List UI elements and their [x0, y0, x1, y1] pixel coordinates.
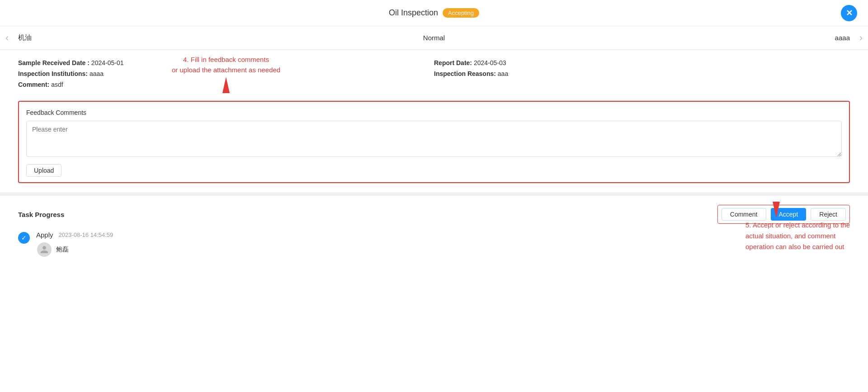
task-header: Task Progress Comment Accept Reject [18, 205, 850, 224]
header: Oil Inspection Accepting ✕ [0, 0, 868, 26]
annotation-1: 4. Fill in feedback comments or upload t… [172, 55, 280, 93]
comment-value: asdf [51, 81, 63, 88]
apply-label: Apply [36, 231, 53, 239]
user-name: 鲍磊 [56, 246, 69, 254]
status-badge: Accepting [443, 8, 479, 18]
inspection-institutions-label: Inspection Institutions: [18, 70, 88, 77]
nav-item-2: Normal [295, 34, 572, 42]
upload-button[interactable]: Upload [26, 164, 61, 177]
feedback-title: Feedback Comments [26, 109, 842, 116]
info-section: Sample Received Date : 2024-05-01 Inspec… [18, 50, 850, 96]
apply-time: 2023-08-16 14:54:59 [59, 231, 113, 238]
task-content: Task Progress Comment Accept Reject ✓ Ap… [18, 196, 850, 261]
sample-received-label: Sample Received Date : [18, 59, 90, 66]
annotation-2-line3: operation can also be carried out [745, 243, 844, 250]
nav-row: 机油 Normal aaaa [0, 26, 868, 50]
annotation-2-line2: actual situation, and comment [745, 232, 835, 240]
annotation-arrow-down [773, 202, 780, 218]
annotation-1-line1: 4. Fill in feedback comments [183, 56, 269, 63]
inspection-reasons-label: Inspection Reasons: [434, 70, 496, 77]
annotation-2-line1: 5. Accept or reject according to the [745, 221, 850, 229]
info-right: Report Date: 2024-05-03 Inspection Reaso… [434, 59, 850, 92]
task-info: Apply 2023-08-16 14:54:59 鲍磊 [36, 231, 113, 257]
sample-received-value: 2024-05-01 [91, 59, 124, 66]
report-date-line: Report Date: 2024-05-03 [434, 59, 850, 66]
nav-arrow-left[interactable]: ‹ [2, 28, 12, 47]
task-section: Task Progress Comment Accept Reject ✓ Ap… [0, 196, 868, 261]
user-icon [40, 245, 49, 254]
header-content: Oil Inspection Accepting [389, 8, 479, 18]
avatar [37, 242, 52, 257]
main-content: Sample Received Date : 2024-05-01 Inspec… [0, 50, 868, 183]
inspection-institutions-value: aaaa [90, 70, 104, 77]
inspection-reasons-line: Inspection Reasons: aaa [434, 70, 850, 77]
annotation-1-line2: or upload the attachment as needed [172, 66, 280, 74]
apply-row: Apply 2023-08-16 14:54:59 [36, 231, 113, 239]
annotation-2: 5. Accept or reject according to the act… [745, 202, 850, 252]
nav-item-3: aaaa [573, 34, 850, 42]
report-date-label: Report Date: [434, 59, 472, 66]
task-item-apply: ✓ Apply 2023-08-16 14:54:59 鲍磊 [18, 231, 850, 257]
nav-arrow-right[interactable]: › [856, 28, 866, 47]
feedback-textarea[interactable] [26, 121, 842, 157]
section-divider [0, 192, 868, 196]
user-row: 鲍磊 [37, 242, 113, 257]
page-title: Oil Inspection [389, 8, 438, 18]
close-button[interactable]: ✕ [841, 5, 857, 21]
comment-label: Comment: [18, 81, 49, 88]
nav-item-1: 机油 [18, 33, 295, 42]
task-title: Task Progress [18, 211, 64, 218]
task-check-icon: ✓ [18, 232, 30, 244]
feedback-section: Feedback Comments Upload [18, 101, 850, 183]
report-date-value: 2024-05-03 [474, 59, 506, 66]
annotation-arrow-up [222, 77, 230, 93]
inspection-reasons-value: aaa [498, 70, 508, 77]
